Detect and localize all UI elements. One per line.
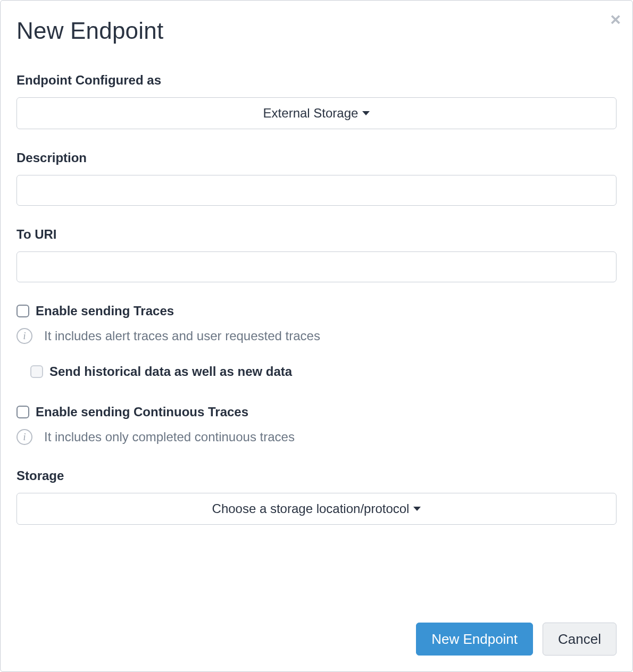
storage-value: Choose a storage location/protocol <box>212 501 410 516</box>
storage-label: Storage <box>16 468 617 483</box>
to-uri-input[interactable] <box>16 251 617 282</box>
enable-continuous-checkbox[interactable] <box>16 406 29 418</box>
configured-as-group: Endpoint Configured as External Storage <box>16 73 617 129</box>
modal-footer: New Endpoint Cancel <box>16 601 617 656</box>
enable-traces-hint-row: i It includes alert traces and user requ… <box>16 328 617 344</box>
enable-continuous-hint-row: i It includes only completed continuous … <box>16 429 617 445</box>
cancel-button[interactable]: Cancel <box>543 623 617 656</box>
description-group: Description <box>16 150 617 206</box>
enable-traces-checkbox[interactable] <box>16 305 29 317</box>
to-uri-label: To URI <box>16 227 617 242</box>
enable-continuous-row: Enable sending Continuous Traces <box>16 405 617 419</box>
chevron-down-icon <box>413 507 421 511</box>
send-historical-checkbox[interactable] <box>30 365 43 378</box>
chevron-down-icon <box>362 111 370 115</box>
configured-as-select[interactable]: External Storage <box>16 97 617 129</box>
configured-as-label: Endpoint Configured as <box>16 73 617 88</box>
close-icon[interactable]: × <box>610 10 621 28</box>
enable-traces-row: Enable sending Traces <box>16 304 617 318</box>
enable-traces-hint: It includes alert traces and user reques… <box>44 329 320 343</box>
storage-group: Storage Choose a storage location/protoc… <box>16 468 617 525</box>
new-endpoint-button[interactable]: New Endpoint <box>416 623 533 656</box>
storage-select[interactable]: Choose a storage location/protocol <box>16 493 617 525</box>
to-uri-group: To URI <box>16 227 617 282</box>
info-icon: i <box>16 328 32 344</box>
modal-title: New Endpoint <box>16 18 617 44</box>
send-historical-label: Send historical data as well as new data <box>49 364 292 379</box>
enable-continuous-label: Enable sending Continuous Traces <box>36 405 248 419</box>
info-icon: i <box>16 429 32 445</box>
description-label: Description <box>16 150 617 165</box>
send-historical-row: Send historical data as well as new data <box>16 364 617 379</box>
enable-traces-label: Enable sending Traces <box>36 304 174 318</box>
description-input[interactable] <box>16 175 617 206</box>
new-endpoint-modal: × New Endpoint Endpoint Configured as Ex… <box>0 0 633 672</box>
configured-as-value: External Storage <box>263 106 359 121</box>
enable-continuous-hint: It includes only completed continuous tr… <box>44 430 295 444</box>
